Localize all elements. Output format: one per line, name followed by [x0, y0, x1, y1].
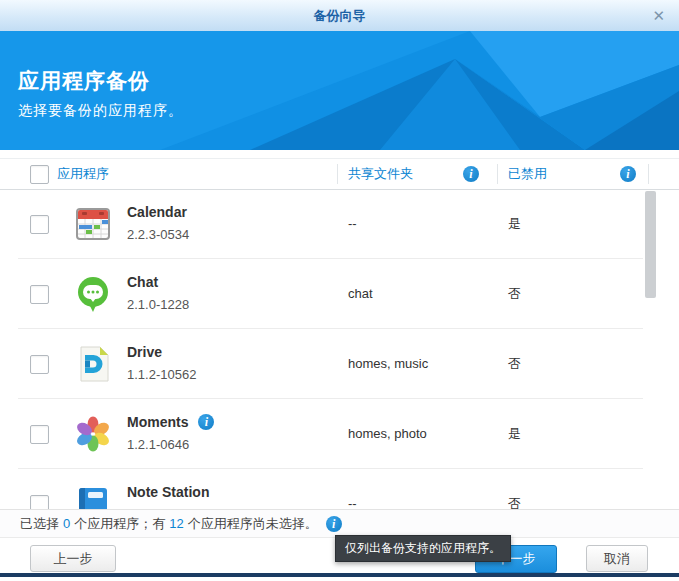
chat-app-icon [74, 275, 112, 313]
page-subtitle: 选择要备份的应用程序。 [18, 102, 183, 120]
app-version: 1.2.1-0646 [127, 437, 214, 452]
backup-wizard-dialog: 备份向导 ✕ 应用程序备份 选择要备份的应用程序。 应用程序 共享文件夹 i 已… [0, 0, 679, 581]
table-row[interactable]: Momentsi 1.2.1-0646 homes, photo 是 [0, 399, 679, 469]
drive-app-icon [74, 345, 112, 383]
app-name: Chat [127, 274, 158, 290]
vertical-scrollbar[interactable] [645, 191, 656, 298]
app-name: Note Station [127, 484, 209, 500]
status-suffix: 个应用程序尚未选择。 [188, 516, 318, 531]
app-name: Calendar [127, 204, 187, 220]
selection-status-text: 已选择0个应用程序；有12个应用程序尚未选择。i [20, 510, 342, 538]
shared-folder-value: -- [348, 469, 357, 509]
disabled-value: 否 [508, 259, 521, 329]
disabled-info-icon[interactable]: i [620, 166, 636, 182]
unselected-count: 12 [169, 516, 183, 531]
selection-status-bar: 已选择0个应用程序；有12个应用程序尚未选择。i [0, 509, 679, 538]
dialog-title: 备份向导 [0, 0, 679, 31]
table-row[interactable]: Drive 1.1.2-10562 homes, music 否 [0, 329, 679, 399]
app-info-icon[interactable]: i [198, 414, 214, 430]
disabled-value: 否 [508, 469, 521, 509]
disabled-value: 否 [508, 329, 521, 399]
cancel-button[interactable]: 取消 [586, 545, 648, 572]
page-title: 应用程序备份 [18, 67, 183, 95]
app-name: Drive [127, 344, 162, 360]
shared-folder-value: homes, music [348, 329, 428, 399]
note-station-app-icon [74, 485, 112, 509]
shared-folder-value: chat [348, 259, 373, 329]
row-checkbox[interactable] [30, 425, 49, 444]
wizard-header-banner: 应用程序备份 选择要备份的应用程序。 [0, 31, 679, 150]
titlebar: 备份向导 ✕ [0, 0, 679, 32]
column-divider [497, 164, 498, 184]
previous-button[interactable]: 上一步 [30, 545, 116, 572]
table-header: 应用程序 共享文件夹 i 已禁用 i [0, 158, 679, 190]
moments-app-icon [74, 415, 112, 453]
selected-count: 0 [63, 516, 70, 531]
shared-folder-value: -- [348, 189, 357, 259]
tooltip: 仅列出备份支持的应用程序。 [335, 535, 511, 562]
column-header-shared-folder[interactable]: 共享文件夹 [348, 159, 413, 189]
row-checkbox[interactable] [30, 355, 49, 374]
app-table: 应用程序 共享文件夹 i 已禁用 i Calendar 2.2 [0, 150, 679, 509]
table-row[interactable]: Calendar 2.2.3-0534 -- 是 [0, 189, 679, 259]
column-header-disabled[interactable]: 已禁用 [508, 159, 547, 189]
close-icon[interactable]: ✕ [652, 0, 665, 31]
table-rows: Calendar 2.2.3-0534 -- 是 Chat 2.1.0-1228… [0, 189, 679, 509]
app-version: 2.2.3-0534 [127, 227, 189, 242]
row-checkbox[interactable] [30, 285, 49, 304]
app-version: 2.1.0-1228 [127, 297, 189, 312]
row-checkbox[interactable] [30, 495, 49, 509]
row-checkbox[interactable] [30, 215, 49, 234]
column-header-application[interactable]: 应用程序 [57, 159, 109, 189]
status-mid: 个应用程序；有 [74, 516, 165, 531]
window-bottom-edge [0, 573, 679, 577]
app-version: 1.1.2-10562 [127, 367, 196, 382]
column-divider [648, 164, 649, 184]
disabled-value: 是 [508, 399, 521, 469]
shared-folder-value: homes, photo [348, 399, 427, 469]
column-divider [337, 164, 338, 184]
select-all-checkbox[interactable] [30, 165, 49, 184]
status-info-icon[interactable]: i [326, 516, 342, 532]
calendar-app-icon [74, 205, 112, 243]
status-prefix: 已选择 [20, 516, 59, 531]
table-row[interactable]: Chat 2.1.0-1228 chat 否 [0, 259, 679, 329]
shared-folder-info-icon[interactable]: i [463, 166, 479, 182]
table-row[interactable]: Note Station 2.5.3-0053 -- 否 [0, 469, 679, 509]
disabled-value: 是 [508, 189, 521, 259]
app-name: Moments [127, 414, 188, 430]
